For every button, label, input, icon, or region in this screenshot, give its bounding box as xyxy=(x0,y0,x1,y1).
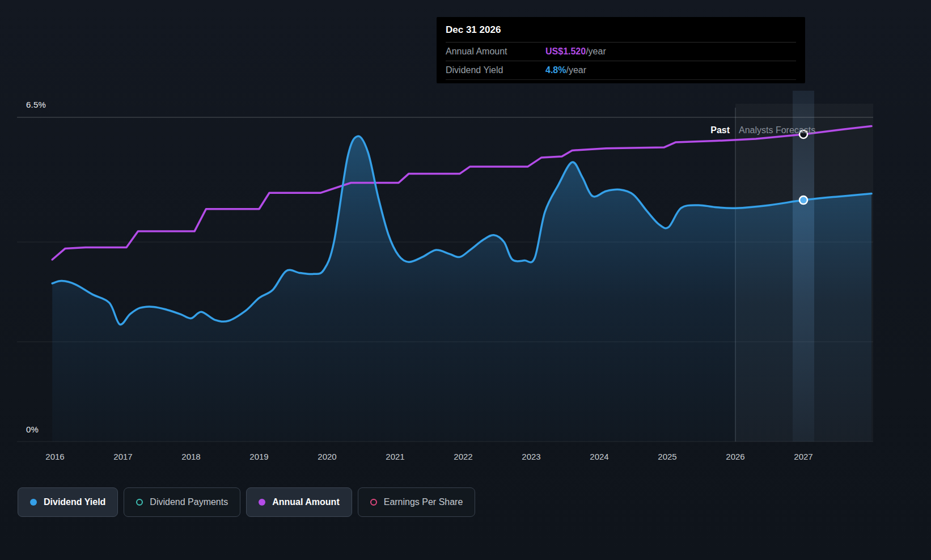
x-axis-label: 2025 xyxy=(645,452,690,461)
legend-label: Dividend Yield xyxy=(44,497,105,507)
tooltip-row-annual-amount: Annual Amount US$1.520/year xyxy=(446,42,796,61)
tooltip-unit: /year xyxy=(586,46,606,57)
x-axis-label: 2017 xyxy=(100,452,146,461)
earnings-per-share-ring-icon xyxy=(370,499,377,506)
legend-label: Dividend Payments xyxy=(150,497,228,507)
tooltip-value: US$1.520 xyxy=(545,46,586,57)
forecast-section-label: Analysts Forecasts xyxy=(739,125,815,135)
x-axis-label: 2026 xyxy=(713,452,758,461)
x-axis-label: 2018 xyxy=(168,452,214,461)
dividend-chart-page: 6.5% 0% 20162017201820192020202120222023… xyxy=(0,0,931,560)
dividend-chart[interactable] xyxy=(0,0,931,560)
y-axis-min-label: 0% xyxy=(26,425,39,434)
tooltip-row-dividend-yield: Dividend Yield 4.8%/year xyxy=(446,61,796,80)
legend-dividend-yield[interactable]: Dividend Yield xyxy=(18,487,118,517)
x-axis-label: 2019 xyxy=(236,452,282,461)
past-section-label: Past xyxy=(684,125,730,135)
tooltip-date: Dec 31 2026 xyxy=(446,24,796,42)
tooltip-unit: /year xyxy=(566,65,586,75)
x-axis-label: 2016 xyxy=(32,452,78,461)
dividend-payments-ring-icon xyxy=(136,499,143,506)
tooltip-label: Dividend Yield xyxy=(446,65,545,75)
x-axis-label: 2022 xyxy=(441,452,486,461)
x-axis-label: 2021 xyxy=(373,452,418,461)
dividend-yield-dot-icon xyxy=(30,499,37,506)
legend: Dividend Yield Dividend Payments Annual … xyxy=(18,487,475,517)
x-axis-label: 2027 xyxy=(781,452,826,461)
x-axis-label: 2020 xyxy=(304,452,350,461)
tooltip-value: 4.8% xyxy=(545,65,566,75)
legend-annual-amount[interactable]: Annual Amount xyxy=(246,487,352,517)
legend-label: Earnings Per Share xyxy=(384,497,463,507)
dividend-yield-marker[interactable] xyxy=(799,196,807,204)
x-axis-label: 2023 xyxy=(509,452,554,461)
legend-earnings-per-share[interactable]: Earnings Per Share xyxy=(358,487,476,517)
x-axis-label: 2024 xyxy=(577,452,622,461)
legend-dividend-payments[interactable]: Dividend Payments xyxy=(124,487,240,517)
tooltip-label: Annual Amount xyxy=(446,46,545,57)
y-axis-max-label: 6.5% xyxy=(26,100,46,109)
tooltip: Dec 31 2026 Annual Amount US$1.520/year … xyxy=(437,17,805,83)
annual-amount-dot-icon xyxy=(259,499,265,506)
legend-label: Annual Amount xyxy=(272,497,340,507)
